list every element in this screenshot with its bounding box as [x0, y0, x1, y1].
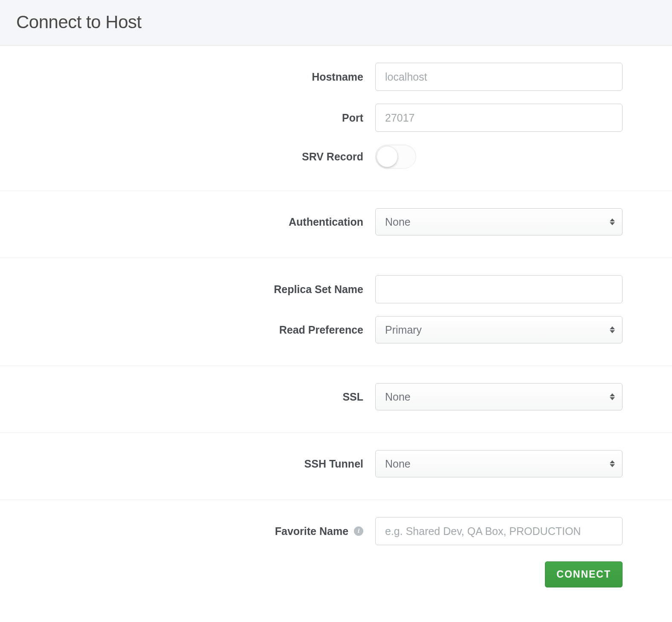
ssh-tunnel-select[interactable]: None [375, 450, 623, 477]
ssl-label: SSL [0, 391, 375, 403]
favorite-name-label: Favorite Name i [0, 525, 375, 538]
ssl-select[interactable]: None [375, 383, 623, 410]
section-ssl: SSL None [0, 366, 672, 433]
read-preference-select[interactable]: Primary [375, 316, 623, 343]
port-input[interactable] [375, 104, 623, 132]
authentication-select[interactable]: None [375, 208, 623, 235]
section-favorite: Favorite Name i CONNECT [0, 500, 672, 587]
hostname-input[interactable] [375, 63, 623, 91]
toggle-knob [377, 146, 398, 167]
section-connection: Hostname Port SRV Record [0, 46, 672, 191]
row-port: Port [0, 104, 672, 132]
srv-record-toggle[interactable] [375, 145, 416, 169]
section-replica: Replica Set Name Read Preference Primary [0, 258, 672, 366]
replica-set-name-input[interactable] [375, 275, 623, 303]
ssh-tunnel-label: SSH Tunnel [0, 458, 375, 470]
favorite-name-input[interactable] [375, 517, 623, 545]
row-read-preference: Read Preference Primary [0, 316, 672, 343]
section-ssh-tunnel: SSH Tunnel None [0, 433, 672, 500]
row-ssl: SSL None [0, 383, 672, 410]
row-favorite-name: Favorite Name i [0, 517, 672, 545]
connect-button-row: CONNECT [0, 561, 623, 587]
header: Connect to Host [0, 0, 672, 46]
info-icon: i [354, 526, 363, 536]
replica-set-name-label: Replica Set Name [0, 283, 375, 296]
row-ssh-tunnel: SSH Tunnel None [0, 450, 672, 477]
row-replica-set-name: Replica Set Name [0, 275, 672, 303]
read-preference-label: Read Preference [0, 324, 375, 336]
favorite-name-label-text: Favorite Name [275, 525, 348, 537]
port-label: Port [0, 112, 375, 124]
row-hostname: Hostname [0, 63, 672, 91]
page-title: Connect to Host [16, 12, 656, 32]
connect-button[interactable]: CONNECT [545, 561, 623, 587]
authentication-label: Authentication [0, 216, 375, 228]
row-authentication: Authentication None [0, 208, 672, 235]
section-authentication: Authentication None [0, 191, 672, 258]
hostname-label: Hostname [0, 71, 375, 83]
row-srv-record: SRV Record [0, 145, 672, 169]
srv-record-label: SRV Record [0, 151, 375, 163]
